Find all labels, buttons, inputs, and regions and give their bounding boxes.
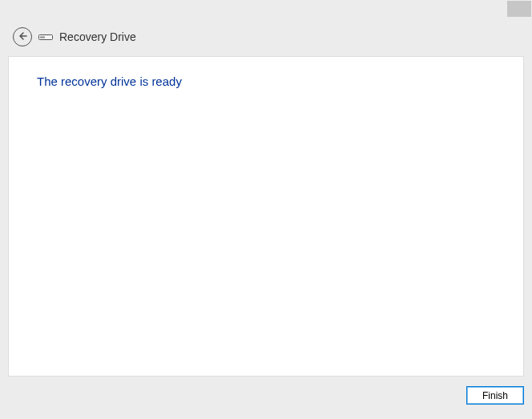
back-button[interactable]	[13, 27, 32, 46]
close-button[interactable]	[507, 1, 531, 17]
finish-button[interactable]: Finish	[466, 386, 524, 405]
arrow-left-icon	[18, 30, 27, 44]
wizard-title: Recovery Drive	[59, 30, 136, 43]
wizard-header: Recovery Drive	[0, 21, 532, 56]
page-heading: The recovery drive is ready	[37, 75, 495, 88]
titlebar	[0, 0, 532, 21]
footer: Finish	[0, 377, 532, 405]
drive-icon	[38, 33, 53, 41]
content-panel: The recovery drive is ready	[8, 56, 524, 377]
svg-rect-1	[40, 37, 45, 38]
